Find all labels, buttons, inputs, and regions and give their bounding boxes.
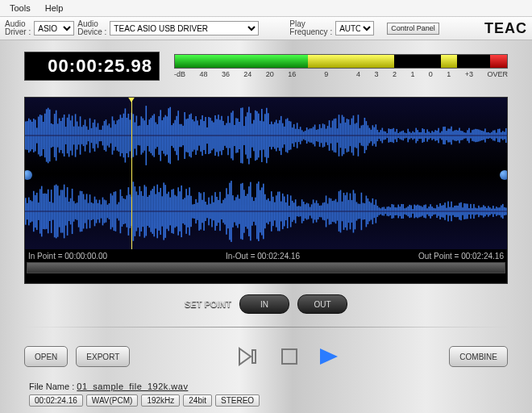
play-frequency-label: Play Frequency :: [289, 20, 332, 36]
audio-driver-label: Audio Driver :: [5, 20, 31, 36]
play-frequency-select[interactable]: AUTO: [335, 21, 374, 35]
duration-badge: 00:02:24.16: [29, 394, 83, 407]
menu-tools[interactable]: Tools: [3, 2, 37, 15]
playhead-cursor[interactable]: [131, 98, 132, 249]
audio-driver-select[interactable]: ASIO: [34, 21, 74, 35]
in-point-readout: In Point = 00:00:00.00: [28, 252, 107, 261]
play-icon[interactable]: [318, 346, 342, 367]
separator: [24, 327, 508, 327]
file-name: 01_sample_file_192k.wav: [77, 382, 188, 391]
svg-rect-603: [252, 350, 256, 363]
waveform-panel: + − In Point = 00:00:00.00 In-Out = 00:0…: [24, 97, 508, 284]
menu-help[interactable]: Help: [39, 2, 70, 15]
export-button[interactable]: EXPORT: [76, 346, 130, 367]
brand-logo: TEAC: [484, 20, 527, 37]
meter-db-label: -dB: [174, 70, 185, 78]
stop-icon[interactable]: [277, 346, 301, 367]
set-out-button[interactable]: OUT: [297, 294, 347, 314]
level-meter: [174, 54, 508, 69]
control-panel-button[interactable]: Control Panel: [387, 23, 439, 35]
svg-rect-604: [282, 349, 297, 364]
out-point-readout: Out Point = 00:02:24.16: [418, 252, 504, 261]
in-out-readout: In-Out = 00:02:24.16: [226, 252, 300, 261]
svg-marker-605: [320, 348, 338, 365]
channels-badge: STEREO: [215, 394, 260, 407]
set-point-label: SET POINT: [185, 299, 231, 309]
open-button[interactable]: OPEN: [24, 346, 68, 367]
waveform-scroll-thumb[interactable]: [27, 263, 505, 273]
audio-device-select[interactable]: TEAC ASIO USB DRIVER: [110, 21, 259, 35]
bitdepth-badge: 24bit: [183, 394, 212, 407]
samplerate-badge: 192kHz: [141, 394, 180, 407]
combine-button[interactable]: COMBINE: [449, 346, 508, 367]
svg-marker-602: [239, 348, 251, 365]
file-name-label: File Name :: [29, 382, 77, 391]
waveform-area[interactable]: + −: [25, 98, 507, 249]
timecode-display: 00:00:25.98: [24, 52, 160, 81]
out-point-handle[interactable]: [500, 170, 507, 180]
waveform-svg: [25, 98, 507, 249]
play-pause-icon[interactable]: [237, 346, 261, 367]
codec-badge: WAV(PCM): [86, 394, 139, 407]
set-in-button[interactable]: IN: [239, 294, 289, 314]
waveform-scrollbar[interactable]: [27, 262, 505, 273]
audio-device-label: Audio Device :: [77, 20, 106, 36]
